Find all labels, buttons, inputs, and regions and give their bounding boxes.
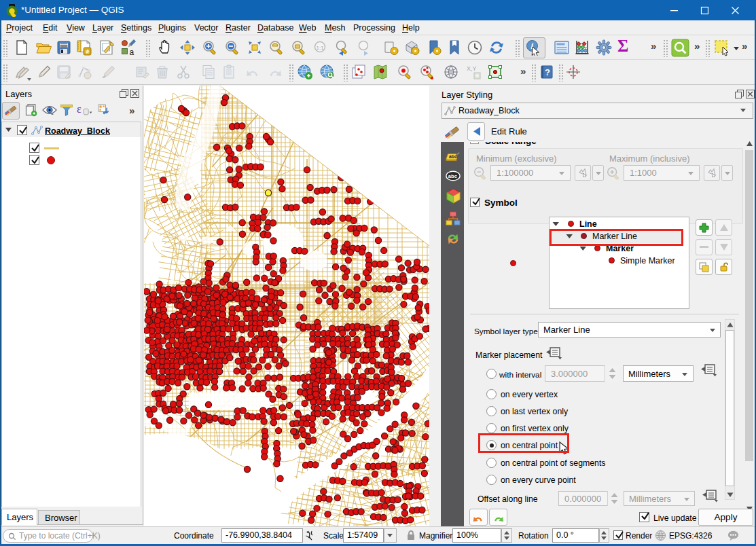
svg-text:a: a bbox=[130, 48, 134, 56]
svg-text:ε: ε bbox=[77, 103, 82, 115]
svg-text:abc: abc bbox=[449, 154, 457, 159]
svg-text:abc: abc bbox=[448, 173, 458, 179]
svg-text:1:1: 1:1 bbox=[317, 45, 325, 51]
svg-text:?: ? bbox=[545, 67, 550, 77]
svg-text:X,Y: X,Y bbox=[467, 65, 477, 72]
